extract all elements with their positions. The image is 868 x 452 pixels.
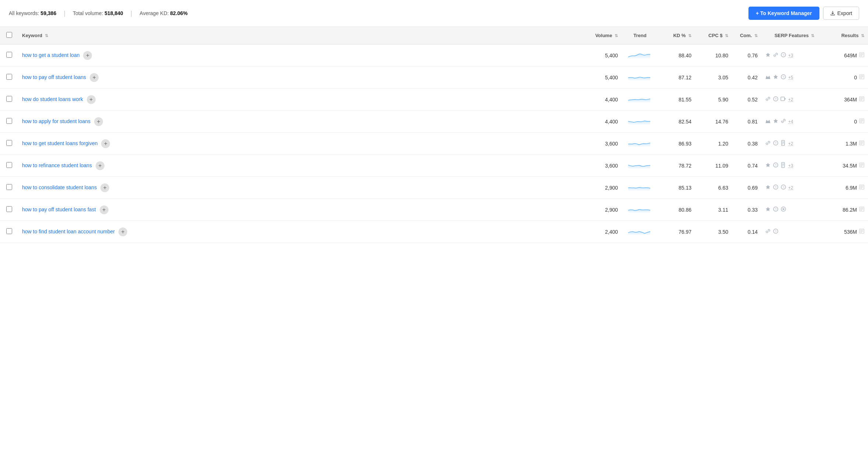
serp-more[interactable]: +5 <box>788 75 793 80</box>
svg-rect-25 <box>766 122 770 123</box>
serp-cell: ? <box>761 199 828 221</box>
keyword-link[interactable]: how to pay off student loans <box>22 74 86 81</box>
keyword-link[interactable]: how to consolidate student loans <box>22 184 97 191</box>
row-checkbox[interactable] <box>6 52 12 58</box>
star-serp-icon <box>765 162 771 169</box>
kd-cell: 76.97 <box>658 221 695 243</box>
select-all-checkbox[interactable] <box>6 32 12 38</box>
add-keyword-button[interactable]: + <box>118 227 127 236</box>
link-serp-icon <box>773 52 779 59</box>
star-serp-icon <box>765 206 771 213</box>
results-cell: 1.3M <box>828 133 868 155</box>
svg-text:?: ? <box>775 186 776 189</box>
kd-cell: 85.13 <box>658 177 695 199</box>
svg-text:?: ? <box>775 97 776 101</box>
com-cell: 0.42 <box>732 67 761 89</box>
keyword-cell: how to refinance student loans + <box>18 155 585 177</box>
trend-cell <box>622 155 658 177</box>
keyword-link[interactable]: how to pay off student loans fast <box>22 206 96 214</box>
keyword-link[interactable]: how to get student loans forgiven <box>22 140 97 147</box>
keyword-link[interactable]: how to apply for student loans <box>22 118 90 125</box>
link-serp-icon <box>780 118 786 125</box>
results-cell: 86.2M <box>828 199 868 221</box>
trend-cell <box>622 111 658 133</box>
keyword-link[interactable]: how to find student loan account number <box>22 228 115 236</box>
row-checkbox[interactable] <box>6 140 12 146</box>
header-com: Com. ⇅ <box>732 27 761 44</box>
svg-text:?: ? <box>782 186 784 189</box>
serp-more[interactable]: +2 <box>788 185 793 190</box>
add-keyword-button[interactable]: + <box>96 161 104 170</box>
link-serp-icon <box>765 96 771 103</box>
cpc-cell: 3.05 <box>695 67 732 89</box>
row-checkbox[interactable] <box>6 118 12 124</box>
add-keyword-button[interactable]: + <box>100 205 108 214</box>
keyword-cell: how do student loans work + <box>18 89 585 111</box>
total-volume-stat: Total volume: 518,840 <box>73 10 123 16</box>
keyword-link[interactable]: how do student loans work <box>22 96 83 103</box>
cpc-cell: 14.76 <box>695 111 732 133</box>
row-check-cell <box>0 155 18 177</box>
add-keyword-button[interactable]: + <box>94 117 103 126</box>
results-icon <box>859 184 864 191</box>
question2-serp-icon: ? <box>780 184 786 191</box>
volume-filter-icon[interactable]: ⇅ <box>615 33 618 38</box>
results-cell: 6.9M <box>828 177 868 199</box>
add-keyword-button[interactable]: + <box>90 73 99 82</box>
results-filter-icon[interactable]: ⇅ <box>861 33 864 38</box>
row-checkbox[interactable] <box>6 96 12 102</box>
row-checkbox[interactable] <box>6 228 12 234</box>
svg-marker-19 <box>785 98 786 100</box>
kd-cell: 78.72 <box>658 155 695 177</box>
row-check-cell <box>0 44 18 67</box>
add-keyword-button[interactable]: + <box>83 51 92 60</box>
kd-cell: 80.86 <box>658 199 695 221</box>
serp-more[interactable]: +3 <box>788 53 793 58</box>
results-icon <box>859 162 864 169</box>
star-serp-icon <box>773 118 779 125</box>
cpc-cell: 6.63 <box>695 177 732 199</box>
serp-more[interactable]: +4 <box>788 119 793 124</box>
keywords-table: Keyword ⇅ Volume ⇅ Trend KD % ⇅ CPC $ ⇅ <box>0 27 868 243</box>
link-serp-icon <box>765 140 771 147</box>
volume-cell: 5,400 <box>585 67 622 89</box>
svg-text:?: ? <box>782 75 784 79</box>
table-body: how to get a student loan + 5,400 88.401… <box>0 44 868 243</box>
svg-marker-65 <box>783 208 785 210</box>
add-keyword-button[interactable]: + <box>100 183 109 192</box>
row-checkbox[interactable] <box>6 74 12 80</box>
table-row: how to consolidate student loans + 2,900… <box>0 177 868 199</box>
serp-filter-icon[interactable]: ⇅ <box>811 33 814 38</box>
svg-text:?: ? <box>775 230 776 233</box>
keyword-filter-icon[interactable]: ⇅ <box>45 33 48 38</box>
serp-more[interactable]: +3 <box>788 163 793 168</box>
play-serp-icon <box>780 206 786 213</box>
keyword-link[interactable]: how to refinance student loans <box>22 162 92 169</box>
row-checkbox[interactable] <box>6 184 12 190</box>
results-cell: 649M <box>828 44 868 67</box>
results-cell: 0 <box>828 111 868 133</box>
add-keyword-button[interactable]: + <box>101 139 110 148</box>
row-check-cell <box>0 133 18 155</box>
svg-marker-26 <box>773 119 778 123</box>
serp-more[interactable]: +2 <box>788 141 793 146</box>
keyword-link[interactable]: how to get a student loan <box>22 52 79 59</box>
star-serp-icon <box>773 74 779 81</box>
keywords-table-wrapper: Keyword ⇅ Volume ⇅ Trend KD % ⇅ CPC $ ⇅ <box>0 27 868 243</box>
row-checkbox[interactable] <box>6 206 12 212</box>
results-icon <box>859 52 864 58</box>
to-keyword-manager-button[interactable]: + To Keyword Manager <box>748 7 819 20</box>
cpc-filter-icon[interactable]: ⇅ <box>725 33 728 38</box>
com-filter-icon[interactable]: ⇅ <box>754 33 758 38</box>
doc-serp-icon <box>780 140 786 147</box>
export-button[interactable]: Export <box>823 7 859 20</box>
add-keyword-button[interactable]: + <box>87 95 96 104</box>
svg-marker-0 <box>766 53 770 57</box>
kd-cell: 87.12 <box>658 67 695 89</box>
kd-cell: 88.40 <box>658 44 695 67</box>
kd-filter-icon[interactable]: ⇅ <box>688 33 691 38</box>
cpc-cell: 10.80 <box>695 44 732 67</box>
header-trend: Trend <box>622 27 658 44</box>
row-checkbox[interactable] <box>6 162 12 168</box>
serp-more[interactable]: +2 <box>788 97 793 102</box>
